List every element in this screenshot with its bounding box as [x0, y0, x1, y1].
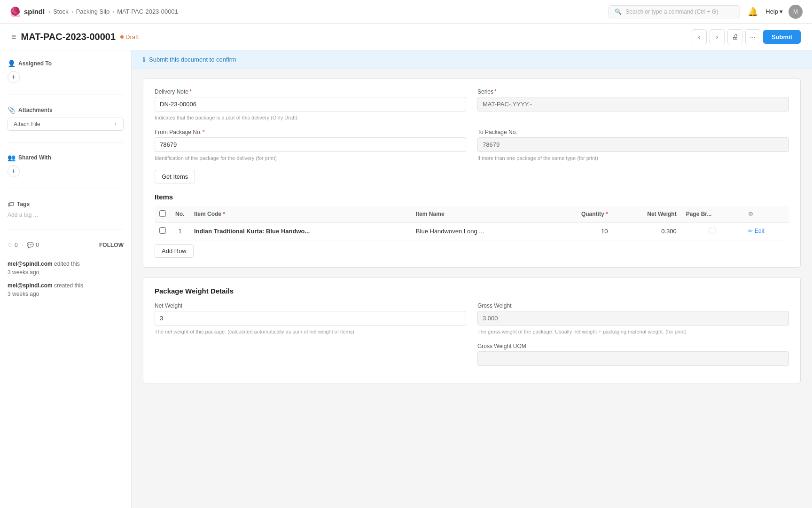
- gross-weight-hint: The gross weight of the package. Usually…: [477, 328, 789, 335]
- activity-action-0: edited this: [54, 261, 80, 267]
- delivery-note-group: Delivery Note* Indicates that the packag…: [155, 88, 466, 121]
- items-table-header-row: No. Item Code Item Name Quantity Net Wei…: [155, 206, 789, 222]
- user-icon: 👤: [8, 60, 16, 67]
- like-button[interactable]: ♡ 0: [8, 242, 18, 248]
- gross-weight-label: Gross Weight: [477, 302, 789, 309]
- comment-icon: 💬: [27, 242, 34, 248]
- add-tag-placeholder[interactable]: Add a tag ...: [8, 212, 124, 218]
- add-row-button[interactable]: Add Row: [155, 244, 194, 258]
- activity-action-1: created this: [54, 282, 83, 289]
- package-no-row: From Package No.* Identification of the …: [155, 129, 789, 162]
- activity-sep: ·: [22, 241, 23, 248]
- hamburger-icon[interactable]: ≡: [11, 32, 16, 42]
- row-item-code-cell: Indian Traditional Kurta: Blue Handwo...: [189, 222, 411, 240]
- submit-button[interactable]: Submit: [763, 30, 801, 44]
- delivery-note-label: Delivery Note*: [155, 88, 466, 95]
- package-weight-card: Package Weight Details Net Weight The ne…: [143, 277, 801, 383]
- attachments-section: 📎 Attachments Attach File +: [8, 106, 124, 131]
- content-area: 👤 Assigned To + 📎 Attachments Attach Fil…: [0, 50, 812, 508]
- follow-button[interactable]: FOLLOW: [99, 242, 124, 248]
- prev-button[interactable]: ‹: [692, 29, 707, 44]
- gross-weight-uom-input[interactable]: [477, 351, 789, 366]
- breadcrumb-sep-2: ›: [112, 8, 114, 15]
- notice-banner: ℹ Submit this document to confirm: [132, 50, 812, 69]
- tags-title: 🏷 Tags: [8, 200, 124, 208]
- breadcrumb-stock[interactable]: Stock: [53, 8, 69, 15]
- items-table: No. Item Code Item Name Quantity Net Wei…: [155, 206, 789, 240]
- table-row: 1 Indian Traditional Kurta: Blue Handwo.…: [155, 222, 789, 240]
- row-edit-cell: ✏ Edit: [743, 222, 789, 240]
- logo[interactable]: 🧶 spindl: [9, 6, 45, 17]
- from-package-input[interactable]: [155, 137, 466, 152]
- activity-row: ♡ 0 · 💬 0 FOLLOW: [8, 241, 124, 248]
- comment-button[interactable]: 💬 0: [27, 242, 39, 248]
- series-input[interactable]: [477, 97, 789, 111]
- main-content: ℹ Submit this document to confirm Delive…: [132, 50, 812, 508]
- notifications-button[interactable]: 🔔: [746, 5, 760, 19]
- get-items-button[interactable]: Get Items: [155, 170, 195, 183]
- delivery-note-hint: Indicates that the package is a part of …: [155, 114, 466, 121]
- logo-text: spindl: [24, 8, 45, 16]
- settings-gear-icon[interactable]: ⚙: [748, 211, 753, 217]
- net-weight-hint: The net weight of this package. (calcula…: [155, 328, 466, 335]
- add-shared-with-button[interactable]: +: [8, 165, 20, 177]
- breadcrumb-sep-0: ›: [48, 8, 50, 15]
- gross-weight-uom-label: Gross Weight UOM: [477, 343, 789, 349]
- from-package-label: From Package No.*: [155, 129, 466, 135]
- from-package-group: From Package No.* Identification of the …: [155, 129, 466, 162]
- sidebar: 👤 Assigned To + 📎 Attachments Attach Fil…: [0, 50, 132, 508]
- edit-row-button[interactable]: ✏ Edit: [748, 228, 765, 234]
- print-button[interactable]: 🖨: [727, 29, 742, 44]
- likes-count: 0: [15, 242, 18, 248]
- attach-file-button[interactable]: Attach File +: [8, 118, 124, 131]
- status-label: Draft: [125, 33, 139, 40]
- avatar[interactable]: M: [789, 5, 803, 19]
- to-package-input[interactable]: [477, 137, 789, 152]
- chevron-down-icon: ▾: [780, 8, 783, 15]
- search-bar[interactable]: 🔍 Search or type a command (Ctrl + G): [609, 5, 740, 18]
- next-button[interactable]: ›: [710, 29, 725, 44]
- shared-with-title: 👥 Shared With: [8, 154, 124, 161]
- breadcrumb-packing-slip[interactable]: Packing Slip: [76, 8, 110, 15]
- row-quantity-cell: 10: [549, 222, 613, 240]
- series-label: Series*: [477, 88, 789, 95]
- package-weight-title: Package Weight Details: [155, 287, 789, 295]
- col-quantity: Quantity: [549, 206, 613, 222]
- assigned-to-title: 👤 Assigned To: [8, 60, 124, 67]
- delivery-row: Delivery Note* Indicates that the packag…: [155, 88, 789, 121]
- breadcrumb: › Stock › Packing Slip › MAT-PAC-2023-00…: [48, 8, 178, 15]
- divider-4: [8, 230, 124, 230]
- net-weight-input[interactable]: [155, 311, 466, 325]
- assigned-to-label: Assigned To: [18, 60, 52, 67]
- row-net-weight-cell: 0.300: [613, 222, 681, 240]
- shared-with-label: Shared With: [18, 154, 51, 161]
- divider-3: [8, 189, 124, 189]
- row-item-name-cell: Blue Handwoven Long ...: [411, 222, 549, 240]
- items-section: Items No. Item Code Item Name: [155, 193, 789, 258]
- more-options-button[interactable]: ···: [745, 29, 760, 44]
- to-package-group: To Package No. If more than one package …: [477, 129, 789, 162]
- row-page-break-cell: [681, 222, 743, 240]
- gross-weight-input[interactable]: [477, 311, 789, 325]
- row-checkbox[interactable]: [159, 227, 166, 234]
- col-item-name: Item Name: [411, 206, 549, 222]
- breadcrumb-doc-id[interactable]: MAT-PAC-2023-00001: [117, 8, 178, 15]
- net-weight-label: Net Weight: [155, 302, 466, 309]
- col-settings: ⚙: [743, 206, 789, 222]
- activity-user-1: mel@spindl.com: [8, 282, 53, 289]
- to-package-label: To Package No.: [477, 129, 789, 135]
- select-all-checkbox[interactable]: [159, 210, 166, 217]
- page-title: MAT-PAC-2023-00001: [21, 32, 116, 42]
- search-placeholder: Search or type a command (Ctrl + G): [625, 8, 718, 15]
- tags-section: 🏷 Tags Add a tag ...: [8, 200, 124, 218]
- net-weight-group: Net Weight The net weight of this packag…: [155, 302, 466, 335]
- attach-file-label: Attach File: [14, 121, 40, 127]
- items-table-head: No. Item Code Item Name Quantity Net Wei…: [155, 206, 789, 222]
- help-button[interactable]: Help ▾: [765, 8, 783, 15]
- status-dot: [120, 35, 124, 39]
- add-assigned-to-button[interactable]: +: [8, 71, 20, 83]
- delivery-note-input[interactable]: [155, 97, 466, 111]
- notice-text: Submit this document to confirm: [149, 56, 236, 63]
- page-header: ≡ MAT-PAC-2023-00001 Draft ‹ › 🖨 ··· Sub…: [0, 24, 812, 50]
- shared-icon: 👥: [8, 154, 16, 161]
